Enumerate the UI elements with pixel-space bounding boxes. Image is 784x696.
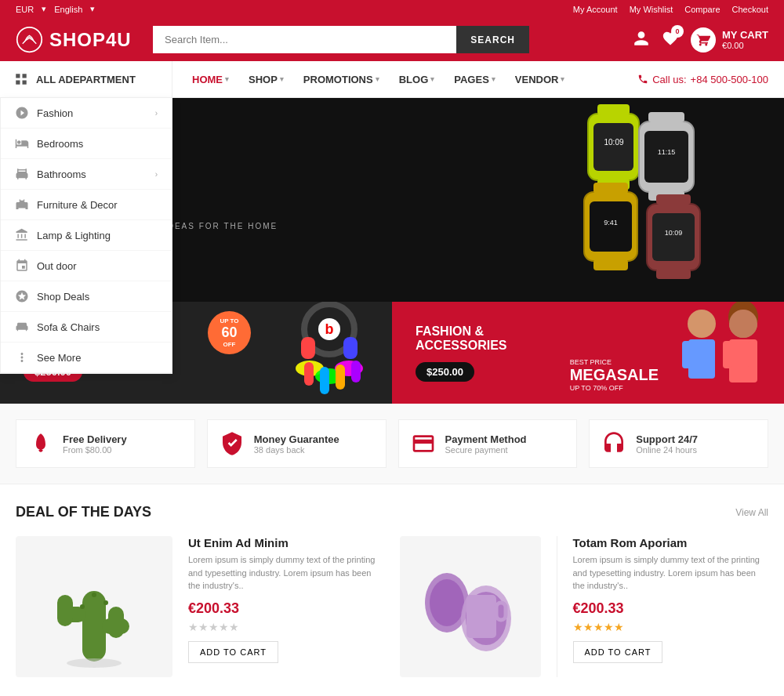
svg-rect-35: [682, 341, 691, 368]
compare-link[interactable]: Compare: [684, 5, 720, 14]
menu-item-label: Furniture & Decor: [37, 199, 118, 211]
feature-delivery-text: Free Delivery From $80.00: [63, 433, 127, 455]
phone-icon: [637, 74, 648, 85]
nav-home[interactable]: HOME ▾: [184, 63, 237, 96]
navbar: ALL ADEPARTMENT Fashion › Bedrooms Bathr…: [0, 61, 784, 98]
menu-item-bathrooms[interactable]: Bathrooms ›: [1, 159, 172, 190]
svg-rect-47: [108, 607, 124, 638]
svg-rect-7: [644, 131, 688, 183]
shopping-cart-icon: [696, 33, 710, 47]
menu-item-shop-deals[interactable]: Shop Deals: [1, 281, 172, 312]
cart-text: MY CART €0.00: [722, 29, 768, 50]
my-account-link[interactable]: My Account: [573, 5, 618, 14]
my-wishlist-link[interactable]: My Wishlist: [630, 5, 673, 14]
feature-payment-text: Payment Method Secure payment: [445, 433, 527, 455]
dept-label: ALL ADEPARTMENT: [36, 74, 136, 85]
menu-item-label: Lamp & Lighting: [37, 230, 111, 241]
svg-text:9:41: 9:41: [604, 219, 618, 227]
menu-item-see-more[interactable]: See More: [1, 343, 172, 373]
svg-text:b: b: [325, 321, 334, 337]
svg-point-49: [103, 600, 108, 605]
logo[interactable]: SHOP4U: [16, 26, 141, 53]
deal-section-header: DEAL OF THE DAYS View All: [16, 504, 768, 520]
language-selector[interactable]: English: [54, 5, 82, 14]
top-bar: EUR ▾ English ▾ My Account My Wishlist C…: [0, 0, 784, 18]
menu-item-bedrooms[interactable]: Bedrooms: [1, 129, 172, 159]
deal-product-2: Totam Rom Aporiam Lorem ipsum is simply …: [573, 536, 769, 677]
view-all-link[interactable]: View All: [735, 507, 768, 518]
feature-money-sub: 38 days back: [254, 445, 339, 455]
user-icon-btn[interactable]: [633, 30, 650, 49]
logo-icon: [16, 26, 43, 53]
feature-support-text: Support 24/7 Online 24 hours: [636, 433, 698, 455]
deal-large-image: [16, 536, 172, 677]
menu-item-furniture[interactable]: Furniture & Decor: [1, 190, 172, 220]
wishlist-badge: 0: [671, 25, 684, 38]
lamp-icon: [15, 228, 29, 242]
deal-product-2-price: €200.33: [573, 600, 769, 617]
deal-product-1-price: €200.33: [188, 600, 384, 617]
logo-text: SHOP4U: [49, 29, 132, 51]
checkout-link[interactable]: Checkout: [732, 5, 768, 14]
top-bar-left: EUR ▾ English ▾: [16, 4, 95, 14]
menu-item-label: Out door: [37, 260, 77, 272]
deal-product-2-desc: Lorem ipsum is simply dummy text of the …: [573, 553, 769, 593]
svg-rect-20: [656, 269, 691, 279]
search-bar: SEARCH: [153, 26, 529, 53]
promo-right-price[interactable]: $250.00: [416, 362, 474, 382]
feature-free-delivery: Free Delivery From $80.00: [16, 419, 195, 468]
card-icon: [411, 431, 436, 456]
phone-label: Call us:: [652, 74, 686, 85]
search-input[interactable]: [153, 26, 456, 53]
deal-product-1-desc: Lorem ipsum is simply dummy text of the …: [188, 553, 384, 593]
svg-rect-2: [593, 123, 633, 171]
menu-item-label: Shop Deals: [37, 291, 89, 303]
svg-rect-9: [648, 112, 684, 122]
svg-text:10:09: 10:09: [665, 229, 683, 237]
department-button[interactable]: ALL ADEPARTMENT: [0, 61, 172, 97]
menu-item-lamp[interactable]: Lamp & Lighting: [1, 220, 172, 251]
cactus-image: [27, 544, 161, 669]
nav-vendor[interactable]: VENDOR ▾: [507, 63, 573, 96]
deal-product-2-stars: ★★★★★: [573, 621, 769, 633]
add-to-cart-1[interactable]: ADD TO CART: [188, 641, 278, 663]
headphone-support-icon: [601, 431, 626, 456]
promo-fashion: FASHION & ACCESSORIES $250.00 BEST PRICE…: [392, 302, 784, 404]
department-dropdown: Fashion › Bedrooms Bathrooms › Furniture…: [0, 97, 172, 374]
menu-item-outdoor[interactable]: Out door: [1, 251, 172, 281]
outdoor-icon: [15, 259, 29, 273]
svg-point-51: [67, 658, 122, 668]
divider: [557, 536, 557, 677]
grid-icon: [14, 72, 28, 86]
cart-label: MY CART: [722, 29, 768, 41]
nav-pages[interactable]: PAGES ▾: [446, 63, 503, 96]
feature-money-guarantee: Money Guarantee 38 days back: [207, 419, 387, 468]
svg-rect-17: [652, 213, 695, 261]
svg-rect-14: [593, 183, 628, 194]
promo-discount-badge: UP TO 60 OFF: [208, 311, 251, 354]
header: SHOP4U SEARCH 0 MY CART €0.00: [0, 18, 784, 61]
feature-payment-title: Payment Method: [445, 433, 527, 445]
submenu-arrow: ›: [155, 170, 158, 179]
deal-product-1-stars: ★★★★★: [188, 621, 384, 633]
menu-item-fashion[interactable]: Fashion ›: [1, 98, 172, 129]
svg-rect-40: [748, 341, 757, 368]
wishlist-icon-btn[interactable]: 0: [662, 30, 679, 49]
nav-blog[interactable]: BLOG ▾: [391, 63, 443, 96]
nav-promotions[interactable]: PROMOTIONS ▾: [296, 63, 387, 96]
cart-button[interactable]: MY CART €0.00: [691, 27, 768, 53]
currency-selector[interactable]: EUR: [16, 5, 34, 14]
svg-rect-56: [466, 595, 496, 638]
svg-rect-22: [301, 337, 315, 359]
megasale-label: MEGASALE: [570, 366, 659, 384]
search-button[interactable]: SEARCH: [456, 26, 529, 53]
svg-point-48: [80, 604, 85, 609]
feature-delivery-sub: From $80.00: [63, 445, 127, 455]
deal-product-2-title: Totam Rom Aporiam: [573, 536, 769, 549]
nav-shop[interactable]: SHOP ▾: [241, 63, 292, 96]
add-to-cart-2[interactable]: ADD TO CART: [573, 641, 663, 663]
svg-rect-36: [706, 341, 715, 368]
menu-item-sofa[interactable]: Sofa & Chairs: [1, 312, 172, 343]
deal-section-title: DEAL OF THE DAYS: [16, 504, 151, 520]
best-price-label: BEST PRICE: [570, 358, 659, 366]
